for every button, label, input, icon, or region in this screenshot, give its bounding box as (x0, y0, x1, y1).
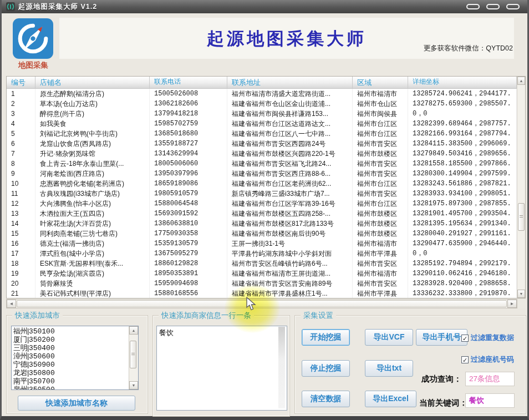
scroll-up-icon[interactable]: ▲ (517, 77, 525, 85)
table-row[interactable]: 17潭式煎包(城中小学店)13675095279平潭县竹屿湖东路城中小学斜对面福… (7, 249, 517, 259)
maximize-button[interactable] (486, 4, 500, 9)
textarea-scroll-strip[interactable] (278, 327, 285, 408)
city-list-scrollbar[interactable]: ▲ ▼ (129, 326, 138, 389)
table-row[interactable]: 16德克士(福清一拂街店)15359130579王屏一拂街31-1号福州市福清市… (7, 239, 517, 249)
table-cell: 潭式煎包(城中小学店) (35, 249, 150, 259)
table-row[interactable]: 13木洒拉面大王(五四店)15693091592福建省福州市鼓楼区五四路258-… (7, 209, 517, 219)
app-logo-icon (13, 18, 53, 59)
table-cell: 13559188727 (150, 139, 227, 149)
table-row[interactable]: 4如我美食15985702759福建省福州市台江区达道路达文...福州市台江区1… (7, 119, 517, 129)
table-cell: 醉得意(尚干店) (35, 109, 150, 119)
table-cell: 福建省福州市仓山区金山街道浦... (227, 99, 353, 109)
scroll-left-icon[interactable]: ◄ (7, 300, 16, 308)
table-cell: 13336232.333800，2919870. (408, 289, 517, 298)
table-cell: 福建省福州市台江区达道路达文... (227, 119, 353, 129)
table-cell: 11 (7, 189, 35, 199)
table-cell: 福州市福清市清盛大道宏路街道... (227, 89, 353, 99)
table-cell: 15 (7, 229, 35, 239)
table-row[interactable]: 12大向沸腾鱼(怡丰小区店)15880064548福建省福州市台江区学军路39-… (7, 199, 517, 209)
column-header-coords[interactable]: 详细坐标 (408, 77, 517, 88)
table-row[interactable]: 8食上青云-18年永泰山里菜(...18005006060福建省福州市晋安区福飞… (7, 159, 517, 169)
city-list-items: 福州|350100厦门|350200三明|350400漳州|350600宁德|3… (13, 327, 128, 390)
table-row[interactable]: 6龙窟山饮食店(西凤路店)13559188727福建省福州市晋安区西园路24号福… (7, 139, 517, 149)
table-cell: 食上青云-18年永泰山里菜(... (35, 159, 150, 169)
quick-add-city-button[interactable]: 快速添加城市名称 (18, 396, 135, 411)
table-row[interactable]: 7升记·猪杂粥觅味馆13143629994福建省福州市鼓楼区兴园路220-1号福… (7, 149, 517, 159)
table-cell: 13282399.689464，2987757. (408, 119, 517, 129)
export-txt-button[interactable]: 导出txt (365, 360, 413, 377)
export-excel-button[interactable]: 导出Excel (365, 391, 416, 407)
column-header-shop[interactable]: 店铺名 (35, 77, 150, 88)
table-cell: 17750930358 (150, 229, 227, 239)
vertical-scroll-thumb[interactable] (518, 203, 525, 231)
stop-mining-button[interactable]: 停止挖掘 (302, 360, 350, 377)
city-listbox[interactable]: 福州|350100厦门|350200三明|350400漳州|350600宁德|3… (11, 326, 139, 390)
table-row[interactable]: 11古典玫瑰园(i33城市广场店)19805910579新店镇秀峰路三盛i33城… (7, 189, 517, 199)
list-item[interactable]: 泉州|350500 (13, 386, 128, 390)
table-vertical-scrollbar[interactable]: ▲ ▼ (517, 77, 525, 298)
table-cell: 18 (7, 259, 35, 269)
filter-duplicate-checkbox[interactable]: ✓ (461, 335, 469, 342)
list-item[interactable]: 厦门|350200 (13, 336, 128, 344)
table-horizontal-scrollbar[interactable]: ◄ ► (6, 299, 517, 308)
table-row[interactable]: 18ESK宜斯·无国界料理(泰禾...18860129828福州市晋安区岳峰镇竹… (7, 259, 517, 269)
filter-landline-checkbox[interactable]: ✓ (461, 356, 469, 363)
table-cell: 16 (7, 239, 35, 249)
list-item[interactable]: 漳州|350600 (13, 352, 128, 361)
scroll-up-icon[interactable]: ▲ (129, 326, 138, 335)
table-row[interactable]: 14叶家花生汤(大洋百货店)13860638810福建省福州市鼓楼区817北路1… (7, 219, 517, 229)
table-cell: 13950397996 (150, 169, 227, 179)
column-header-address[interactable]: 联系地址 (227, 77, 353, 88)
table-row[interactable]: 1原生态醉鹅(福清分店)15005026008福州市福清市清盛大道宏路街道...… (7, 89, 517, 99)
column-header-region[interactable]: 区域 (353, 77, 408, 88)
list-item[interactable]: 福州|350100 (13, 327, 128, 336)
table-row[interactable]: 2草本汤(仓山万达店)13062182606福建省福州市仓山区金山街道浦...福… (7, 99, 517, 109)
table-row[interactable]: 3醉得意(尚干店)13799418218福建省福州市闽侯县祥谦路153...福州… (7, 109, 517, 119)
table-row[interactable]: 15同利肉燕老铺(三坊七巷店)17750930358福建省福州市鼓楼区南后街90… (7, 229, 517, 239)
export-phone-button[interactable]: 导出手机号 (416, 329, 467, 346)
table-cell: 13860638810 (150, 219, 227, 229)
table-cell: 4 (7, 119, 35, 129)
table-cell: ESK宜斯·无国界料理(泰禾... (35, 259, 150, 269)
table-cell: 13281975.897300，2987855. (408, 199, 517, 209)
table-row[interactable]: 5刘福记北京烤鸭(中亭街店)13685018680福建省福州市台江区八一七中路.… (7, 129, 517, 139)
list-item[interactable]: 宁德|350900 (13, 361, 128, 369)
list-item[interactable]: 三明|350400 (13, 344, 128, 352)
table-cell: 福建省福州市福清市王屏街道湖... (227, 269, 353, 279)
horizontal-scroll-thumb[interactable] (17, 300, 507, 307)
close-button[interactable] (506, 4, 520, 9)
table-cell: 如我美食 (35, 119, 150, 129)
table-row[interactable]: 9河南老烩面(西庄路店)13950397996福建省福州市晋安区西庄路88-6.… (7, 169, 517, 179)
app-window: 起源地图采集大师 V1.2 地图采集 起源地图采集大师 更多获客软件微信：QYT… (0, 0, 529, 420)
table-cell: 福建省福州市闽侯县祥谦路153... (227, 109, 353, 119)
table-row[interactable]: 20筒骨麻辣烫15959094698福建省福州市晋安区晋安南路89号福州市晋安区… (7, 279, 517, 289)
clear-data-button[interactable]: 清空数据 (302, 391, 350, 407)
scrollbar-corner (518, 299, 526, 308)
table-cell: 7 (7, 149, 35, 159)
list-item[interactable]: 龙岩|350800 (13, 369, 128, 377)
table-row[interactable]: 10忠惠酱鸭捞化老铺(老药洲店)18659189086福建省福州市台江区老药洲街… (7, 179, 517, 189)
filter-landline-label: 过滤座机号码 (471, 355, 514, 365)
table-cell: 15880064548 (150, 199, 227, 209)
scroll-right-icon[interactable]: ► (507, 300, 517, 308)
filter-duplicate-label: 过滤重复数据 (471, 333, 514, 343)
scroll-down-icon[interactable]: ▼ (517, 290, 525, 298)
minimize-button[interactable] (466, 4, 480, 9)
table-cell: 福州市台江区 (353, 129, 408, 139)
table-cell: 新店镇秀峰路三盛i33城市广场7... (227, 189, 353, 199)
start-mining-button[interactable]: 开始挖掘 (302, 329, 350, 346)
table-cell: 13281558.185500，2997866. (408, 159, 517, 169)
column-header-phone[interactable]: 联系电话 (150, 77, 227, 88)
list-item[interactable]: 南平|350700 (13, 377, 128, 386)
export-vcf-button[interactable]: 导出VCF (365, 329, 413, 346)
tab-map-collect[interactable]: 地图采集 (9, 60, 57, 70)
keyword-textarea[interactable]: 餐饮 (156, 326, 287, 411)
column-header-no[interactable]: 编号 (7, 77, 35, 88)
table-row[interactable]: 21美石记韩式料理(平潭店)15880168556福建省福州市平潭县盛林庄1号.… (7, 289, 517, 298)
scroll-down-icon[interactable]: ▼ (129, 381, 138, 389)
success-count-label: 成功查询： (421, 374, 462, 384)
table-cell: 13283933.934100，2998051. (408, 189, 517, 199)
table-cell: 15359130579 (150, 239, 227, 249)
table-row[interactable]: 19民亨杂烩汤(湖滨霞店)18950353891福建省福州市福清市王屏街道湖..… (7, 269, 517, 279)
city-scroll-thumb[interactable] (130, 341, 136, 368)
